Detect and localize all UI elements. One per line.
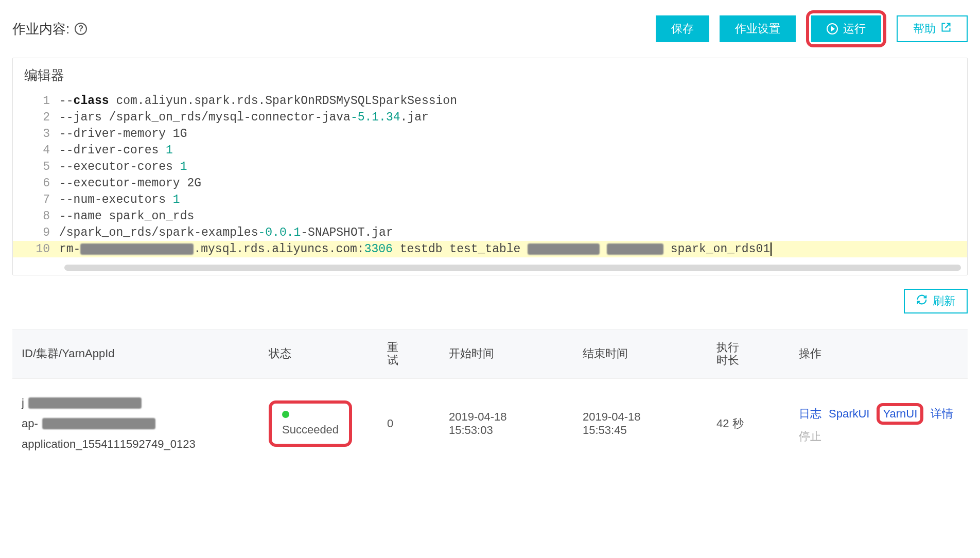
redacted-cluster <box>42 418 155 429</box>
cell-status: Succeeded <box>259 383 378 464</box>
cell-duration: 42 秒 <box>707 398 790 449</box>
code-line-10: rm-.mysql.rds.aliyuncs.com:3306 testdb t… <box>59 241 967 257</box>
play-icon <box>827 23 838 34</box>
code-line-7: --num-executors 1 <box>59 191 967 208</box>
ops-stop-link[interactable]: 停止 <box>799 429 821 444</box>
th-id: ID/集群/YarnAppId <box>12 329 259 378</box>
cell-end: 2019-04-18 15:53:45 <box>573 393 707 455</box>
refresh-button[interactable]: 刷新 <box>904 289 968 313</box>
code-line-4: --driver-cores 1 <box>59 142 967 159</box>
cell-retry: 0 <box>378 399 440 448</box>
yarnui-highlight: YarnUI <box>877 403 923 425</box>
th-duration: 执行 时长 <box>707 329 790 378</box>
external-link-icon <box>941 22 951 36</box>
save-button[interactable]: 保存 <box>656 15 709 42</box>
status-label: Succeeded <box>282 423 339 437</box>
yarn-app-id: application_1554111592749_0123 <box>22 438 250 451</box>
editor-title: 编辑器 <box>13 58 967 93</box>
th-retry: 重 试 <box>378 329 440 378</box>
table-header: ID/集群/YarnAppId 状态 重 试 开始时间 结束时间 执行 时长 操… <box>12 329 968 379</box>
ops-log-link[interactable]: 日志 <box>799 406 821 422</box>
page-title: 作业内容: <box>12 20 69 38</box>
code-line-1: --class com.aliyun.spark.rds.SparkOnRDSM… <box>59 93 967 109</box>
redacted-pass <box>607 243 663 255</box>
horizontal-scrollbar[interactable] <box>64 265 961 271</box>
th-start: 开始时间 <box>440 329 573 378</box>
refresh-label: 刷新 <box>933 293 955 309</box>
redacted-host <box>80 243 194 255</box>
cell-ops: 日志 SparkUI YarnUI 详情 停止 <box>790 386 968 462</box>
run-label: 运行 <box>843 21 866 37</box>
ops-sparkui-link[interactable]: SparkUI <box>829 407 869 421</box>
help-icon[interactable]: ? <box>75 23 87 35</box>
code-editor[interactable]: 1--class com.aliyun.spark.rds.SparkOnRDS… <box>13 93 967 271</box>
code-line-8: --name spark_on_rds <box>59 208 967 224</box>
refresh-row: 刷新 <box>12 289 968 313</box>
th-ops: 操作 <box>790 329 968 378</box>
redacted-user <box>528 243 600 255</box>
th-status: 状态 <box>259 329 378 378</box>
editor-panel: 编辑器 1--class com.aliyun.spark.rds.SparkO… <box>12 58 968 275</box>
action-buttons: 保存 作业设置 运行 帮助 <box>656 10 968 47</box>
refresh-icon <box>916 294 927 308</box>
cursor <box>771 242 772 256</box>
ops-yarnui-link[interactable]: YarnUI <box>883 407 917 421</box>
code-line-2: --jars /spark_on_rds/mysql-connector-jav… <box>59 109 967 126</box>
cell-start: 2019-04-18 15:53:03 <box>440 393 573 455</box>
top-bar: 作业内容: ? 保存 作业设置 运行 帮助 <box>12 10 968 47</box>
help-button[interactable]: 帮助 <box>897 15 968 42</box>
status-highlight: Succeeded <box>269 400 352 447</box>
job-settings-button[interactable]: 作业设置 <box>720 15 796 42</box>
table-row: j ap- application_1554111592749_0123 Suc… <box>12 379 968 468</box>
redacted-jobid <box>28 397 142 409</box>
code-line-3: --driver-memory 1G <box>59 126 967 142</box>
title-wrap: 作业内容: ? <box>12 20 87 38</box>
code-line-9: /spark_on_rds/spark-examples-0.0.1-SNAPS… <box>59 224 967 241</box>
ops-detail-link[interactable]: 详情 <box>931 406 953 422</box>
status-dot-icon <box>282 411 289 418</box>
job-history-table: ID/集群/YarnAppId 状态 重 试 开始时间 结束时间 执行 时长 操… <box>12 329 968 468</box>
code-line-6: --executor-memory 2G <box>59 175 967 191</box>
th-end: 结束时间 <box>573 329 707 378</box>
code-line-5: --executor-cores 1 <box>59 159 967 175</box>
run-highlight: 运行 <box>806 10 886 47</box>
help-label: 帮助 <box>913 21 936 37</box>
run-button[interactable]: 运行 <box>811 15 881 42</box>
cell-id: j ap- application_1554111592749_0123 <box>12 379 259 468</box>
